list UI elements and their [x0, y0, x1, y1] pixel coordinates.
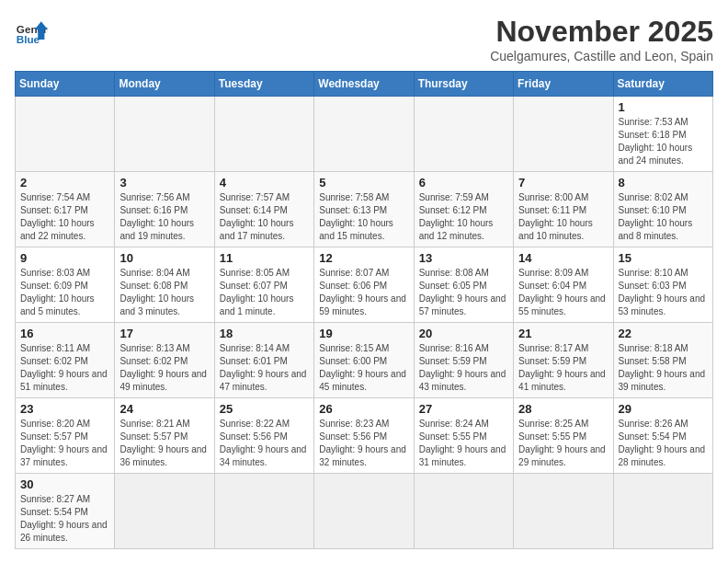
day-number: 8	[619, 176, 708, 190]
table-row: 25Sunrise: 8:22 AM Sunset: 5:56 PM Dayli…	[214, 398, 313, 474]
header-saturday: Saturday	[613, 72, 712, 97]
table-row: 28Sunrise: 8:25 AM Sunset: 5:55 PM Dayli…	[514, 398, 613, 474]
table-row: 23Sunrise: 8:20 AM Sunset: 5:57 PM Dayli…	[16, 398, 115, 474]
day-number: 7	[518, 176, 608, 190]
day-info: Sunrise: 7:53 AM Sunset: 6:18 PM Dayligh…	[619, 116, 708, 167]
day-number: 12	[319, 251, 408, 265]
day-info: Sunrise: 8:25 AM Sunset: 5:55 PM Dayligh…	[518, 418, 608, 469]
day-info: Sunrise: 8:15 AM Sunset: 6:00 PM Dayligh…	[319, 342, 408, 394]
day-info: Sunrise: 8:05 AM Sunset: 6:07 PM Dayligh…	[220, 267, 309, 318]
day-info: Sunrise: 8:22 AM Sunset: 5:56 PM Dayligh…	[220, 418, 309, 469]
day-number: 3	[119, 176, 209, 190]
table-row: 4Sunrise: 7:57 AM Sunset: 6:14 PM Daylig…	[214, 172, 313, 247]
table-row	[314, 474, 414, 549]
day-number: 5	[319, 176, 408, 190]
day-number: 11	[220, 251, 309, 265]
table-row: 5Sunrise: 7:58 AM Sunset: 6:13 PM Daylig…	[314, 172, 414, 247]
page-header: General Blue November 2025 Cuelgamures, …	[15, 15, 713, 63]
weekday-header-row: Sunday Monday Tuesday Wednesday Thursday…	[16, 72, 713, 97]
table-row: 17Sunrise: 8:13 AM Sunset: 6:02 PM Dayli…	[115, 323, 214, 398]
calendar-row: 1Sunrise: 7:53 AM Sunset: 6:18 PM Daylig…	[16, 97, 713, 172]
table-row: 16Sunrise: 8:11 AM Sunset: 6:02 PM Dayli…	[16, 323, 115, 398]
header-tuesday: Tuesday	[214, 72, 313, 97]
day-info: Sunrise: 8:04 AM Sunset: 6:08 PM Dayligh…	[119, 267, 209, 318]
day-number: 21	[518, 327, 608, 340]
calendar-row: 16Sunrise: 8:11 AM Sunset: 6:02 PM Dayli…	[16, 323, 713, 398]
table-row	[414, 474, 513, 549]
table-row: 19Sunrise: 8:15 AM Sunset: 6:00 PM Dayli…	[314, 323, 414, 398]
table-row	[214, 474, 313, 549]
day-number: 29	[619, 402, 708, 416]
table-row	[115, 474, 214, 549]
day-number: 4	[220, 176, 309, 190]
calendar-row: 2Sunrise: 7:54 AM Sunset: 6:17 PM Daylig…	[16, 172, 713, 247]
day-info: Sunrise: 8:10 AM Sunset: 6:03 PM Dayligh…	[619, 267, 708, 318]
table-row	[115, 97, 214, 172]
header-thursday: Thursday	[414, 72, 513, 97]
title-area: November 2025 Cuelgamures, Castille and …	[490, 15, 713, 63]
day-info: Sunrise: 8:20 AM Sunset: 5:57 PM Dayligh…	[20, 418, 109, 469]
table-row: 15Sunrise: 8:10 AM Sunset: 6:03 PM Dayli…	[613, 247, 712, 323]
table-row: 24Sunrise: 8:21 AM Sunset: 5:57 PM Dayli…	[115, 398, 214, 474]
day-number: 14	[518, 251, 608, 265]
table-row: 14Sunrise: 8:09 AM Sunset: 6:04 PM Dayli…	[514, 247, 613, 323]
day-number: 6	[419, 176, 508, 190]
day-info: Sunrise: 8:24 AM Sunset: 5:55 PM Dayligh…	[419, 418, 508, 469]
day-number: 20	[419, 327, 508, 340]
header-monday: Monday	[115, 72, 214, 97]
table-row: 11Sunrise: 8:05 AM Sunset: 6:07 PM Dayli…	[214, 247, 313, 323]
table-row: 27Sunrise: 8:24 AM Sunset: 5:55 PM Dayli…	[414, 398, 513, 474]
location-title: Cuelgamures, Castille and Leon, Spain	[490, 49, 713, 63]
day-info: Sunrise: 8:26 AM Sunset: 5:54 PM Dayligh…	[619, 418, 708, 469]
table-row	[314, 97, 414, 172]
calendar-table: Sunday Monday Tuesday Wednesday Thursday…	[15, 71, 713, 549]
day-info: Sunrise: 8:08 AM Sunset: 6:05 PM Dayligh…	[419, 267, 508, 318]
day-info: Sunrise: 7:59 AM Sunset: 6:12 PM Dayligh…	[419, 191, 508, 243]
day-number: 28	[518, 402, 608, 416]
day-number: 25	[220, 402, 309, 416]
month-title: November 2025	[490, 15, 713, 49]
table-row: 9Sunrise: 8:03 AM Sunset: 6:09 PM Daylig…	[16, 247, 115, 323]
table-row: 7Sunrise: 8:00 AM Sunset: 6:11 PM Daylig…	[514, 172, 613, 247]
table-row: 29Sunrise: 8:26 AM Sunset: 5:54 PM Dayli…	[613, 398, 712, 474]
day-info: Sunrise: 8:27 AM Sunset: 5:54 PM Dayligh…	[20, 493, 109, 545]
day-number: 1	[619, 100, 708, 114]
table-row: 8Sunrise: 8:02 AM Sunset: 6:10 PM Daylig…	[613, 172, 712, 247]
table-row	[214, 97, 313, 172]
day-info: Sunrise: 8:03 AM Sunset: 6:09 PM Dayligh…	[20, 267, 109, 318]
table-row: 6Sunrise: 7:59 AM Sunset: 6:12 PM Daylig…	[414, 172, 513, 247]
table-row: 3Sunrise: 7:56 AM Sunset: 6:16 PM Daylig…	[115, 172, 214, 247]
calendar-row: 9Sunrise: 8:03 AM Sunset: 6:09 PM Daylig…	[16, 247, 713, 323]
day-info: Sunrise: 8:23 AM Sunset: 5:56 PM Dayligh…	[319, 418, 408, 469]
day-number: 17	[119, 327, 209, 340]
table-row: 26Sunrise: 8:23 AM Sunset: 5:56 PM Dayli…	[314, 398, 414, 474]
day-info: Sunrise: 8:07 AM Sunset: 6:06 PM Dayligh…	[319, 267, 408, 318]
logo: General Blue	[15, 15, 48, 48]
table-row: 22Sunrise: 8:18 AM Sunset: 5:58 PM Dayli…	[613, 323, 712, 398]
table-row	[514, 97, 613, 172]
table-row: 12Sunrise: 8:07 AM Sunset: 6:06 PM Dayli…	[314, 247, 414, 323]
table-row: 18Sunrise: 8:14 AM Sunset: 6:01 PM Dayli…	[214, 323, 313, 398]
table-row: 1Sunrise: 7:53 AM Sunset: 6:18 PM Daylig…	[613, 97, 712, 172]
day-info: Sunrise: 8:02 AM Sunset: 6:10 PM Dayligh…	[619, 191, 708, 243]
svg-text:Blue: Blue	[17, 33, 40, 45]
day-number: 26	[319, 402, 408, 416]
day-info: Sunrise: 8:14 AM Sunset: 6:01 PM Dayligh…	[220, 342, 309, 394]
day-number: 9	[20, 251, 109, 265]
day-info: Sunrise: 7:57 AM Sunset: 6:14 PM Dayligh…	[220, 191, 309, 243]
day-number: 10	[119, 251, 209, 265]
table-row	[414, 97, 513, 172]
day-number: 22	[619, 327, 708, 340]
day-number: 23	[20, 402, 109, 416]
day-number: 19	[319, 327, 408, 340]
day-info: Sunrise: 8:16 AM Sunset: 5:59 PM Dayligh…	[419, 342, 508, 394]
table-row: 13Sunrise: 8:08 AM Sunset: 6:05 PM Dayli…	[414, 247, 513, 323]
day-number: 27	[419, 402, 508, 416]
header-wednesday: Wednesday	[314, 72, 414, 97]
calendar-row: 30Sunrise: 8:27 AM Sunset: 5:54 PM Dayli…	[16, 474, 713, 549]
table-row: 30Sunrise: 8:27 AM Sunset: 5:54 PM Dayli…	[16, 474, 115, 549]
day-info: Sunrise: 8:11 AM Sunset: 6:02 PM Dayligh…	[20, 342, 109, 394]
day-info: Sunrise: 8:21 AM Sunset: 5:57 PM Dayligh…	[119, 418, 209, 469]
table-row: 21Sunrise: 8:17 AM Sunset: 5:59 PM Dayli…	[514, 323, 613, 398]
day-info: Sunrise: 8:18 AM Sunset: 5:58 PM Dayligh…	[619, 342, 708, 394]
